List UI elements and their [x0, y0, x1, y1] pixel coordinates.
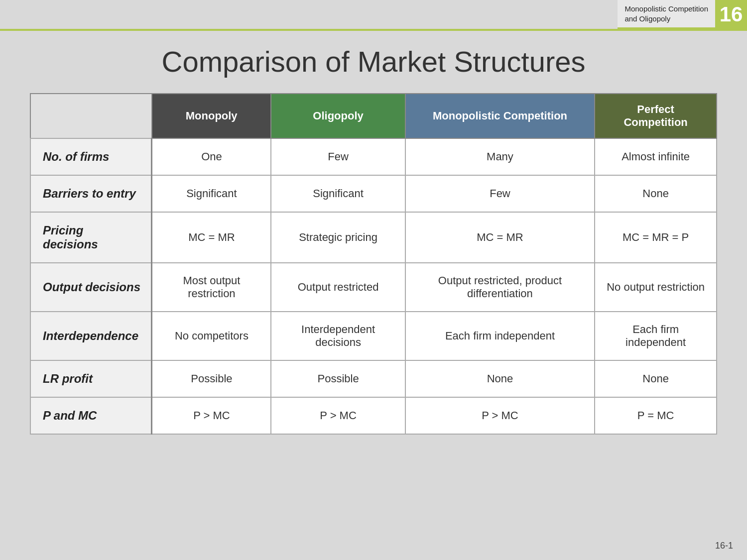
row-header-cell: P and MC [30, 397, 152, 434]
header-title-line2: and Oligopoly [624, 14, 708, 24]
table-row: P and MCP > MCP > MCP > MCP = MC [30, 397, 717, 434]
table-row: LR profitPossiblePossibleNoneNone [30, 360, 717, 397]
table-row: InterdependenceNo competitorsInterdepend… [30, 312, 717, 360]
comparison-table-container: Monopoly Oligopoly Monopolistic Competit… [30, 93, 717, 435]
oligopoly-cell: Significant [271, 175, 405, 212]
monopoly-cell: MC = MR [152, 212, 271, 263]
oligopoly-cell: Strategic pricing [271, 212, 405, 263]
table-row: Pricing decisionsMC = MRStrategic pricin… [30, 212, 717, 263]
slide-title: Comparison of Market Structures [0, 45, 747, 78]
table-row: Output decisionsMost output restrictionO… [30, 263, 717, 312]
oligopoly-cell: Few [271, 138, 405, 175]
monopolistic-cell: MC = MR [405, 212, 595, 263]
row-header-cell: Barriers to entry [30, 175, 152, 212]
empty-header [30, 94, 152, 138]
monopoly-column-header: Monopoly [152, 94, 271, 138]
monopoly-cell: No competitors [152, 312, 271, 360]
monopoly-cell: Significant [152, 175, 271, 212]
header-title-line1: Monopolistic Competition [624, 4, 708, 14]
monopoly-cell: One [152, 138, 271, 175]
perfect-cell: Almost infinite [595, 138, 717, 175]
table-row: No. of firmsOneFewManyAlmost infinite [30, 138, 717, 175]
oligopoly-cell: Interdependent decisions [271, 312, 405, 360]
monopoly-cell: Most output restriction [152, 263, 271, 312]
monopoly-cell: Possible [152, 360, 271, 397]
monopolistic-cell: Many [405, 138, 595, 175]
page-number: 16-1 [715, 541, 733, 551]
monopoly-cell: P > MC [152, 397, 271, 434]
perfect-cell: P = MC [595, 397, 717, 434]
market-structures-table: Monopoly Oligopoly Monopolistic Competit… [30, 93, 717, 435]
row-header-cell: LR profit [30, 360, 152, 397]
perfect-cell: MC = MR = P [595, 212, 717, 263]
perfect-cell: None [595, 175, 717, 212]
perfect-cell: Each firm independent [595, 312, 717, 360]
row-header-cell: Interdependence [30, 312, 152, 360]
monopolistic-cell: P > MC [405, 397, 595, 434]
oligopoly-cell: Output restricted [271, 263, 405, 312]
row-header-cell: No. of firms [30, 138, 152, 175]
perfect-column-header: Perfect Competition [595, 94, 717, 138]
table-row: Barriers to entrySignificantSignificantF… [30, 175, 717, 212]
oligopoly-cell: P > MC [271, 397, 405, 434]
header-bar: Monopolistic Competition and Oligopoly 1… [618, 0, 747, 29]
monopolistic-cell: None [405, 360, 595, 397]
header-title: Monopolistic Competition and Oligopoly [618, 0, 715, 29]
monopolistic-cell: Output restricted, product differentiati… [405, 263, 595, 312]
perfect-cell: No output restriction [595, 263, 717, 312]
perfect-cell: None [595, 360, 717, 397]
oligopoly-cell: Possible [271, 360, 405, 397]
slide-number: 16 [715, 0, 747, 29]
oligopoly-column-header: Oligopoly [271, 94, 405, 138]
row-header-cell: Pricing decisions [30, 212, 152, 263]
monopolistic-cell: Few [405, 175, 595, 212]
monopolistic-column-header: Monopolistic Competition [405, 94, 595, 138]
row-header-cell: Output decisions [30, 263, 152, 312]
accent-line [0, 29, 747, 31]
monopolistic-cell: Each firm independent [405, 312, 595, 360]
